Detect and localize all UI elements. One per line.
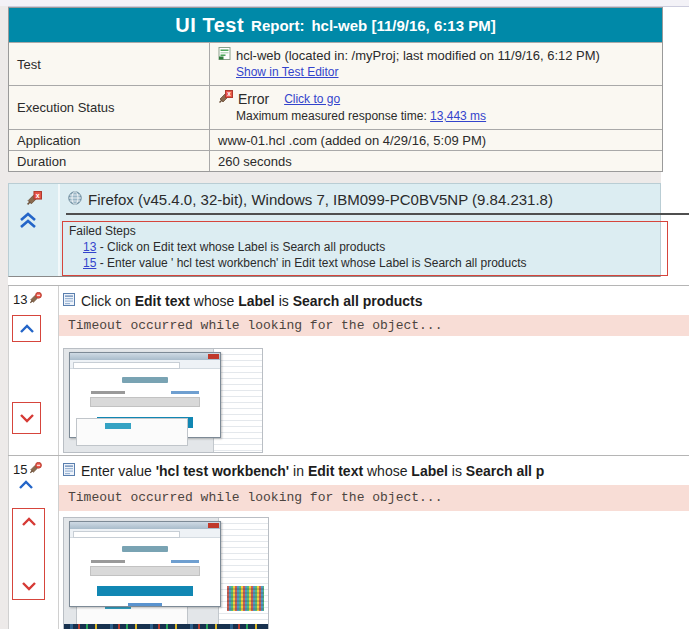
browser-session-title: Firefox (v45.4.0, 32-bit), Windows 7, IB… [88,191,553,208]
failed-step-13-text: - Click on Edit text whose Label is Sear… [96,240,385,254]
report-summary-table: UI Test Report: hcl-web [11/9/16, 6:13 P… [8,7,663,172]
show-in-test-editor-link[interactable]: Show in Test Editor [236,65,339,79]
svg-text:x: x [36,192,40,199]
step-15-gutter: 15 [8,456,59,629]
failed-steps-title: Failed Steps [69,224,663,238]
max-response-time-link[interactable]: 13,443 ms [430,109,486,123]
duration-label: Duration [9,151,210,171]
thumbnail-close-chip [208,523,219,528]
thumbnail-browser-window [69,521,221,607]
step-13-gutter: 13 [8,286,59,456]
failed-step-13-link[interactable]: 13 [83,240,96,254]
thumbnail-input-chip [90,397,200,407]
step-15-failure-icon [29,462,42,477]
thumbnail-address-bar [73,362,180,369]
browser-session-section: x [8,183,661,277]
step-15-screenshot-thumbnail[interactable] [63,517,269,629]
report-title-bar: UI Test Report: hcl-web [11/9/16, 6:13 P… [9,8,662,42]
thumbnail-button-chip [97,586,193,597]
test-row-label: Test [9,43,210,85]
step-15-failed-nav-box [12,508,45,600]
failed-step-15-link[interactable]: 15 [83,256,96,270]
max-response-time-label: Maximum measured response time: [236,109,427,123]
thumbnail-input-chip [90,566,200,576]
thumbnail-close-chip [208,354,219,359]
failed-steps-box: Failed Steps 13 - Click on Edit text who… [62,221,668,276]
step-15-section: 15 [8,455,689,629]
thumbnail-side-panel [218,518,268,629]
report-title-name: hcl-web [11/9/16, 6:13 PM] [311,17,495,34]
step-15-content: Enter value 'hcl test workbench' in Edit… [59,456,689,629]
step-13-next-failed-button[interactable] [12,402,41,434]
duration-value: 260 seconds [210,151,662,171]
collapse-session-icon[interactable] [18,212,38,230]
step-13-doc-icon [63,293,75,309]
thumbnail-color-grid [227,586,264,611]
thumbnail-heading-chip [122,377,168,383]
step-13-number: 13 [13,292,27,307]
thumbnail-heading-chip [122,546,168,552]
execution-status-label: Execution Status [9,86,210,129]
thumbnail-taskbar [64,624,268,629]
failed-step-15-text: - Enter value ' hcl test workbench' in E… [96,256,526,270]
step-15-title: Enter value 'hcl test workbench' in Edit… [81,463,544,479]
svg-text:x: x [227,90,231,97]
thumbnail-link-chip [128,603,162,606]
report-title-prefix: UI Test [175,14,244,37]
thumbnail-background-window [76,418,188,446]
step-15-error-message: Timeout occurred while looking for the o… [59,485,689,511]
test-name-value: hcl-web (located in: /myProj; last modif… [236,47,600,64]
table-row-duration: Duration 260 seconds [9,150,662,171]
error-status-icon: x [218,90,233,108]
table-row-test: Test hcl-web (located in: /myProj; last … [9,42,662,85]
step-15-next-failed-button[interactable] [21,581,37,591]
click-to-go-link[interactable]: Click to go [284,91,340,108]
step-13-failure-icon [29,292,42,307]
step-13-content: Click on Edit text whose Label is Search… [59,286,689,456]
application-value: www-01.hcl .com (added on 4/29/16, 5:09 … [210,130,662,150]
session-gutter: x [9,184,60,276]
top-strip [0,0,689,7]
step-15-doc-icon [63,463,75,479]
thumbnail-address-bar [73,531,180,538]
failed-step-item: 13 - Click on Edit text whose Label is S… [83,239,663,255]
test-script-icon [218,47,231,64]
globe-icon [68,191,82,208]
session-error-icon: x [26,191,42,210]
application-label: Application [9,130,210,150]
table-row-application: Application www-01.hcl .com (added on 4/… [9,129,662,150]
session-content: Firefox (v45.4.0, 32-bit), Windows 7, IB… [60,184,660,276]
step-13-screenshot-thumbnail[interactable] [63,348,263,453]
report-title-mid: Report: [251,17,304,34]
step-15-collapse-icon[interactable] [18,480,34,490]
left-margin-stripe [0,6,8,629]
step-13-title: Click on Edit text whose Label is Search… [81,293,423,309]
step-15-prev-failed-button[interactable] [21,517,37,527]
failed-step-item: 15 - Enter value ' hcl test workbench' i… [83,255,663,271]
error-status-text: Error [238,91,269,108]
table-row-execution-status: Execution Status x Error Click to go [9,85,662,129]
step-15-number: 15 [13,462,27,477]
step-13-error-message: Timeout occurred while looking for the o… [59,315,689,336]
ui-test-report-page: UI Test Report: hcl-web [11/9/16, 6:13 P… [0,0,689,629]
step-13-section: 13 [8,285,689,456]
step-13-prev-failed-button[interactable] [12,315,41,342]
session-divider [66,213,689,215]
